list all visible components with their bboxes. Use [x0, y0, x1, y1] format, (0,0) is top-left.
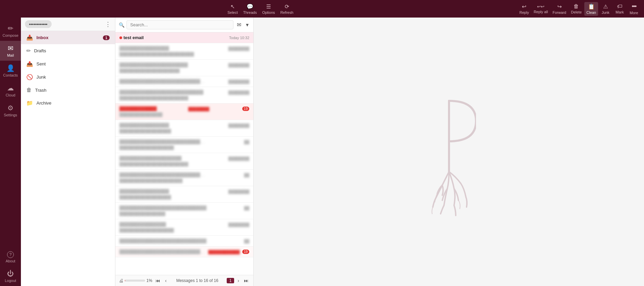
sidebar-item-archive[interactable]: 📁 Archive [21, 96, 115, 110]
mail-date: Today 10:32 [229, 36, 249, 40]
refresh-button[interactable]: ⟳ Refresh [278, 2, 296, 16]
logout-icon: ⏻ [7, 270, 14, 278]
mail-item[interactable]: ████████████████████████████████ ███████… [115, 76, 253, 87]
select-button[interactable]: ↖ Select [225, 2, 240, 16]
more-button[interactable]: ••• More [627, 2, 641, 16]
nav-about[interactable]: ? About [0, 248, 21, 266]
sidebar-item-junk[interactable]: 🚫 Junk [21, 70, 115, 84]
delete-button[interactable]: 🗑 Delete [569, 2, 584, 16]
mail-list-panel: 🔍 ✉ ▾ test email Today 10:32 ██████████ [115, 18, 254, 286]
sidebar-item-sent[interactable]: 📤 Sent [21, 57, 115, 70]
drafts-icon: ✏ [26, 48, 31, 54]
mail-sidebar: •••••••••••• ⋮ 📥 Inbox 1 ✏ Drafts 📤 Sent… [21, 18, 115, 286]
mail-item[interactable]: ██████████████████████ ████████ ████████… [115, 60, 253, 76]
top-toolbar: ↖ Select 💬 Threads ☰ Options ⟳ Refresh ↩… [0, 0, 644, 18]
print-icon: 🖨 [119, 278, 123, 283]
delete-icon: 🗑 [573, 3, 579, 9]
nav-contacts[interactable]: 👤 Contacts [0, 61, 21, 81]
mark-button[interactable]: 🏷 Mark [613, 2, 626, 16]
nav-logout[interactable]: ⏻ Logout [0, 266, 21, 286]
sidebar-item-inbox[interactable]: 📥 Inbox 1 [21, 31, 115, 44]
mail-icon: ✉ [8, 44, 13, 52]
first-page-button[interactable]: ⏮ [154, 277, 162, 284]
options-button[interactable]: ☰ Options [260, 2, 277, 16]
toolbar-right-group: ↩ Reply ↩↩ Reply all ↪ Forward 🗑 Delete … [517, 2, 641, 16]
sidebar-header: •••••••••••• ⋮ [21, 18, 115, 31]
mail-item[interactable]: ████████████████ ████████ ██████████████… [115, 43, 253, 60]
mail-item[interactable]: ███████████████████████████ ████████ ███… [115, 87, 253, 104]
mail-item[interactable]: ████████████████████████████████ ███████… [115, 247, 253, 257]
refresh-icon: ⟳ [285, 3, 289, 10]
junk-folder-icon: 🚫 [26, 74, 33, 80]
footer-message-count: Messages 1 to 16 of 16 [170, 278, 225, 283]
inbox-badge: 1 [103, 35, 110, 40]
trash-icon: 🗑 [26, 87, 32, 93]
progress-fill [125, 280, 125, 282]
nav-cloud[interactable]: ☁ Cloud [0, 81, 21, 101]
prev-page-button[interactable]: ‹ [164, 277, 168, 284]
mail-item[interactable]: ████████████████ ████████ ██████████████… [115, 186, 253, 203]
mail-badge: 19 [242, 250, 249, 254]
mail-item[interactable]: ███████████████ ████████ ███████████████… [115, 219, 253, 236]
mail-item[interactable]: test email Today 10:32 [115, 32, 253, 43]
reply-all-icon: ↩↩ [537, 4, 544, 9]
mail-item[interactable]: ████████████ ████████ 19 ███████████████ [115, 104, 253, 120]
contacts-icon: 👤 [6, 64, 15, 72]
sent-icon: 📤 [26, 61, 33, 67]
unread-dot [119, 36, 122, 39]
clean-icon: 📋 [588, 3, 595, 10]
nav-mail[interactable]: ✉ Mail [0, 41, 21, 61]
main-layout: ✏ Compose ✉ Mail 👤 Contacts ☁ Cloud ⚙ Se… [0, 18, 644, 286]
mail-subject: test email [123, 35, 144, 40]
reply-all-button[interactable]: ↩↩ Reply all [532, 3, 550, 15]
clean-button[interactable]: 📋 Clean [584, 2, 598, 16]
progress-bar [125, 280, 145, 282]
threads-button[interactable]: 💬 Threads [241, 2, 259, 16]
mail-item[interactable]: ████████████████████ ████████ ██████████… [115, 153, 253, 170]
nav-compose[interactable]: ✏ Compose [0, 21, 21, 41]
progress-bar-area: 🖨 1% [119, 278, 152, 283]
forward-button[interactable]: ↪ Forward [551, 2, 568, 16]
cloud-icon: ☁ [7, 84, 14, 92]
mail-list-footer: 🖨 1% ⏮ ‹ Messages 1 to 16 of 16 1 › ⏭ [115, 275, 253, 286]
mail-item[interactable]: ████████████████████████████ ██ ████████… [115, 203, 253, 219]
search-input[interactable] [127, 20, 233, 29]
junk-button[interactable]: ⚠ Junk [599, 2, 612, 16]
search-icon: 🔍 [119, 22, 124, 28]
mail-item[interactable]: ████████████████████████████████████████… [115, 170, 253, 186]
nav-settings[interactable]: ⚙ Settings [0, 101, 21, 120]
logo-watermark [422, 84, 476, 220]
mail-item[interactable]: ████████████████████████████████████████… [115, 137, 253, 153]
forward-icon: ↪ [557, 3, 562, 10]
current-page: 1 [227, 278, 234, 283]
compose-icon: ✏ [8, 24, 13, 32]
filter-envelope-button[interactable]: ✉ [235, 21, 243, 29]
reply-button[interactable]: ↩ Reply [517, 2, 531, 16]
reply-icon: ↩ [522, 3, 526, 10]
junk-icon: ⚠ [603, 3, 608, 10]
mark-icon: 🏷 [617, 3, 622, 9]
sidebar-menu-button[interactable]: ⋮ [105, 21, 111, 28]
mail-item[interactable]: ████████████████ ████████ ██████████████… [115, 120, 253, 137]
progress-label: 1% [146, 278, 152, 283]
mail-item[interactable]: ████████████████████████████ ██ [115, 236, 253, 247]
about-icon: ? [7, 251, 14, 258]
last-page-button[interactable]: ⏭ [243, 277, 250, 284]
sidebar-item-trash[interactable]: 🗑 Trash [21, 84, 115, 96]
more-icon: ••• [632, 3, 636, 10]
account-name: •••••••••••• [25, 20, 52, 28]
next-page-button[interactable]: › [236, 277, 241, 284]
sidebar-nav: ✏ Compose ✉ Mail 👤 Contacts ☁ Cloud ⚙ Se… [0, 18, 21, 286]
mail-items: test email Today 10:32 ████████████████ … [115, 32, 253, 275]
archive-icon: 📁 [26, 100, 33, 106]
filter-dropdown-button[interactable]: ▾ [245, 21, 250, 29]
search-bar: 🔍 ✉ ▾ [115, 18, 253, 32]
toolbar-center-group: ↖ Select 💬 Threads ☰ Options ⟳ Refresh [3, 2, 517, 16]
select-icon: ↖ [230, 3, 235, 10]
sidebar-item-drafts[interactable]: ✏ Drafts [21, 44, 115, 57]
inbox-icon: 📥 [26, 34, 33, 41]
options-icon: ☰ [266, 3, 271, 10]
mail-badge: 19 [242, 107, 249, 111]
nav-bottom: ? About ⏻ Logout [0, 248, 21, 286]
threads-icon: 💬 [247, 3, 253, 10]
